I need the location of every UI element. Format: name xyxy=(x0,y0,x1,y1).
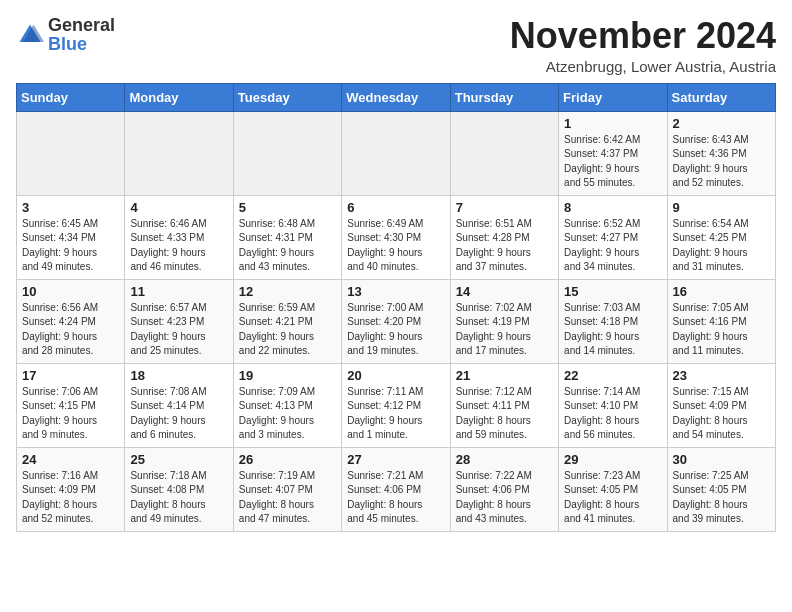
day-detail: Sunrise: 7:19 AM Sunset: 4:07 PM Dayligh… xyxy=(239,469,336,527)
day-number: 28 xyxy=(456,452,553,467)
calendar-day-cell: 14Sunrise: 7:02 AM Sunset: 4:19 PM Dayli… xyxy=(450,279,558,363)
day-detail: Sunrise: 7:25 AM Sunset: 4:05 PM Dayligh… xyxy=(673,469,770,527)
day-detail: Sunrise: 6:57 AM Sunset: 4:23 PM Dayligh… xyxy=(130,301,227,359)
day-number: 12 xyxy=(239,284,336,299)
weekday-header: Monday xyxy=(125,83,233,111)
calendar-day-cell: 7Sunrise: 6:51 AM Sunset: 4:28 PM Daylig… xyxy=(450,195,558,279)
calendar-day-cell: 17Sunrise: 7:06 AM Sunset: 4:15 PM Dayli… xyxy=(17,363,125,447)
day-detail: Sunrise: 7:22 AM Sunset: 4:06 PM Dayligh… xyxy=(456,469,553,527)
day-number: 2 xyxy=(673,116,770,131)
day-detail: Sunrise: 7:05 AM Sunset: 4:16 PM Dayligh… xyxy=(673,301,770,359)
calendar-day-cell xyxy=(450,111,558,195)
calendar-day-cell: 18Sunrise: 7:08 AM Sunset: 4:14 PM Dayli… xyxy=(125,363,233,447)
calendar-day-cell: 24Sunrise: 7:16 AM Sunset: 4:09 PM Dayli… xyxy=(17,447,125,531)
calendar-day-cell: 20Sunrise: 7:11 AM Sunset: 4:12 PM Dayli… xyxy=(342,363,450,447)
day-number: 1 xyxy=(564,116,661,131)
calendar-day-cell: 5Sunrise: 6:48 AM Sunset: 4:31 PM Daylig… xyxy=(233,195,341,279)
page-header: General Blue November 2024 Atzenbrugg, L… xyxy=(16,16,776,75)
day-detail: Sunrise: 6:46 AM Sunset: 4:33 PM Dayligh… xyxy=(130,217,227,275)
weekday-header: Saturday xyxy=(667,83,775,111)
day-detail: Sunrise: 6:52 AM Sunset: 4:27 PM Dayligh… xyxy=(564,217,661,275)
day-detail: Sunrise: 7:08 AM Sunset: 4:14 PM Dayligh… xyxy=(130,385,227,443)
day-number: 27 xyxy=(347,452,444,467)
day-number: 11 xyxy=(130,284,227,299)
day-number: 10 xyxy=(22,284,119,299)
calendar-day-cell: 9Sunrise: 6:54 AM Sunset: 4:25 PM Daylig… xyxy=(667,195,775,279)
day-number: 29 xyxy=(564,452,661,467)
calendar-day-cell: 10Sunrise: 6:56 AM Sunset: 4:24 PM Dayli… xyxy=(17,279,125,363)
day-number: 14 xyxy=(456,284,553,299)
calendar-day-cell: 26Sunrise: 7:19 AM Sunset: 4:07 PM Dayli… xyxy=(233,447,341,531)
day-number: 4 xyxy=(130,200,227,215)
weekday-header: Thursday xyxy=(450,83,558,111)
logo-text: General Blue xyxy=(48,16,115,54)
weekday-header: Wednesday xyxy=(342,83,450,111)
day-detail: Sunrise: 7:00 AM Sunset: 4:20 PM Dayligh… xyxy=(347,301,444,359)
calendar-day-cell: 8Sunrise: 6:52 AM Sunset: 4:27 PM Daylig… xyxy=(559,195,667,279)
weekday-header: Sunday xyxy=(17,83,125,111)
day-number: 3 xyxy=(22,200,119,215)
day-number: 18 xyxy=(130,368,227,383)
calendar-day-cell: 6Sunrise: 6:49 AM Sunset: 4:30 PM Daylig… xyxy=(342,195,450,279)
calendar-day-cell: 19Sunrise: 7:09 AM Sunset: 4:13 PM Dayli… xyxy=(233,363,341,447)
calendar-day-cell: 21Sunrise: 7:12 AM Sunset: 4:11 PM Dayli… xyxy=(450,363,558,447)
day-number: 19 xyxy=(239,368,336,383)
calendar-day-cell: 25Sunrise: 7:18 AM Sunset: 4:08 PM Dayli… xyxy=(125,447,233,531)
day-number: 22 xyxy=(564,368,661,383)
weekday-header: Tuesday xyxy=(233,83,341,111)
day-detail: Sunrise: 6:48 AM Sunset: 4:31 PM Dayligh… xyxy=(239,217,336,275)
calendar-day-cell: 13Sunrise: 7:00 AM Sunset: 4:20 PM Dayli… xyxy=(342,279,450,363)
calendar-day-cell: 23Sunrise: 7:15 AM Sunset: 4:09 PM Dayli… xyxy=(667,363,775,447)
calendar-day-cell: 11Sunrise: 6:57 AM Sunset: 4:23 PM Dayli… xyxy=(125,279,233,363)
day-number: 6 xyxy=(347,200,444,215)
logo-icon xyxy=(16,21,44,49)
calendar-day-cell xyxy=(342,111,450,195)
calendar-day-cell: 30Sunrise: 7:25 AM Sunset: 4:05 PM Dayli… xyxy=(667,447,775,531)
day-detail: Sunrise: 6:59 AM Sunset: 4:21 PM Dayligh… xyxy=(239,301,336,359)
calendar-day-cell xyxy=(233,111,341,195)
logo: General Blue xyxy=(16,16,115,54)
day-number: 21 xyxy=(456,368,553,383)
day-number: 23 xyxy=(673,368,770,383)
day-number: 15 xyxy=(564,284,661,299)
calendar-table: SundayMondayTuesdayWednesdayThursdayFrid… xyxy=(16,83,776,532)
day-number: 13 xyxy=(347,284,444,299)
day-detail: Sunrise: 6:45 AM Sunset: 4:34 PM Dayligh… xyxy=(22,217,119,275)
calendar-week-row: 10Sunrise: 6:56 AM Sunset: 4:24 PM Dayli… xyxy=(17,279,776,363)
month-title: November 2024 xyxy=(510,16,776,56)
calendar-week-row: 1Sunrise: 6:42 AM Sunset: 4:37 PM Daylig… xyxy=(17,111,776,195)
day-number: 9 xyxy=(673,200,770,215)
calendar-day-cell: 3Sunrise: 6:45 AM Sunset: 4:34 PM Daylig… xyxy=(17,195,125,279)
day-detail: Sunrise: 7:12 AM Sunset: 4:11 PM Dayligh… xyxy=(456,385,553,443)
day-detail: Sunrise: 7:11 AM Sunset: 4:12 PM Dayligh… xyxy=(347,385,444,443)
calendar-header-row: SundayMondayTuesdayWednesdayThursdayFrid… xyxy=(17,83,776,111)
location-title: Atzenbrugg, Lower Austria, Austria xyxy=(510,58,776,75)
calendar-day-cell: 4Sunrise: 6:46 AM Sunset: 4:33 PM Daylig… xyxy=(125,195,233,279)
title-block: November 2024 Atzenbrugg, Lower Austria,… xyxy=(510,16,776,75)
calendar-day-cell: 12Sunrise: 6:59 AM Sunset: 4:21 PM Dayli… xyxy=(233,279,341,363)
day-detail: Sunrise: 6:49 AM Sunset: 4:30 PM Dayligh… xyxy=(347,217,444,275)
calendar-day-cell: 1Sunrise: 6:42 AM Sunset: 4:37 PM Daylig… xyxy=(559,111,667,195)
day-detail: Sunrise: 7:09 AM Sunset: 4:13 PM Dayligh… xyxy=(239,385,336,443)
day-number: 16 xyxy=(673,284,770,299)
calendar-day-cell: 2Sunrise: 6:43 AM Sunset: 4:36 PM Daylig… xyxy=(667,111,775,195)
day-detail: Sunrise: 7:21 AM Sunset: 4:06 PM Dayligh… xyxy=(347,469,444,527)
calendar-day-cell: 15Sunrise: 7:03 AM Sunset: 4:18 PM Dayli… xyxy=(559,279,667,363)
day-detail: Sunrise: 6:43 AM Sunset: 4:36 PM Dayligh… xyxy=(673,133,770,191)
day-detail: Sunrise: 6:42 AM Sunset: 4:37 PM Dayligh… xyxy=(564,133,661,191)
calendar-week-row: 24Sunrise: 7:16 AM Sunset: 4:09 PM Dayli… xyxy=(17,447,776,531)
day-number: 7 xyxy=(456,200,553,215)
calendar-day-cell: 29Sunrise: 7:23 AM Sunset: 4:05 PM Dayli… xyxy=(559,447,667,531)
day-detail: Sunrise: 7:06 AM Sunset: 4:15 PM Dayligh… xyxy=(22,385,119,443)
calendar-day-cell xyxy=(125,111,233,195)
day-detail: Sunrise: 6:51 AM Sunset: 4:28 PM Dayligh… xyxy=(456,217,553,275)
calendar-week-row: 3Sunrise: 6:45 AM Sunset: 4:34 PM Daylig… xyxy=(17,195,776,279)
calendar-day-cell: 16Sunrise: 7:05 AM Sunset: 4:16 PM Dayli… xyxy=(667,279,775,363)
calendar-week-row: 17Sunrise: 7:06 AM Sunset: 4:15 PM Dayli… xyxy=(17,363,776,447)
day-number: 24 xyxy=(22,452,119,467)
weekday-header: Friday xyxy=(559,83,667,111)
day-number: 20 xyxy=(347,368,444,383)
day-detail: Sunrise: 7:02 AM Sunset: 4:19 PM Dayligh… xyxy=(456,301,553,359)
day-detail: Sunrise: 7:03 AM Sunset: 4:18 PM Dayligh… xyxy=(564,301,661,359)
day-number: 8 xyxy=(564,200,661,215)
